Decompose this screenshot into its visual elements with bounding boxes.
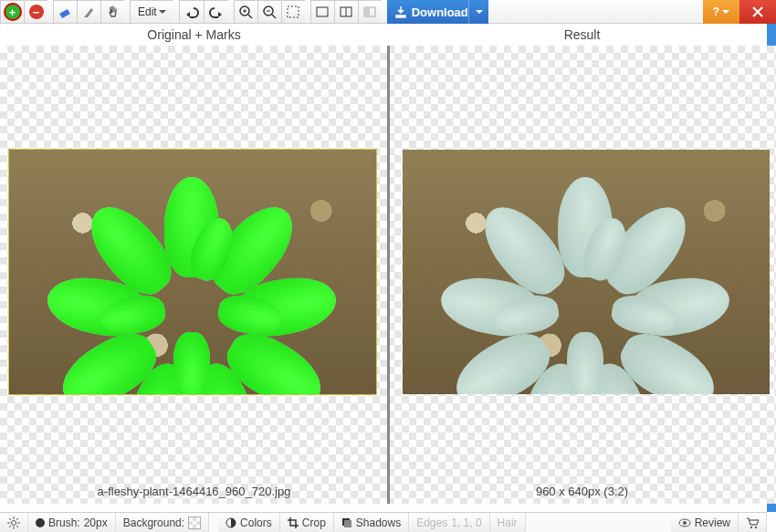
knife-button[interactable] <box>77 0 100 24</box>
result-image <box>403 150 770 394</box>
help-button[interactable]: ? <box>703 0 739 24</box>
review-label: Review <box>695 516 730 529</box>
background-label: Background: <box>123 516 184 529</box>
svg-line-21 <box>9 518 11 520</box>
cart-icon <box>746 517 759 528</box>
svg-point-31 <box>755 527 757 528</box>
svg-point-30 <box>750 527 752 528</box>
remove-mark-button[interactable]: − <box>24 0 47 24</box>
shadows-label: Shadows <box>356 516 401 529</box>
crop-button[interactable]: Crop <box>280 513 334 532</box>
svg-line-24 <box>9 526 11 527</box>
gear-icon <box>7 516 20 529</box>
eraser-button[interactable] <box>53 0 77 24</box>
svg-rect-0 <box>59 9 70 18</box>
svg-rect-27 <box>344 520 351 527</box>
zoom-in-button[interactable] <box>234 0 257 24</box>
brush-dot-icon <box>36 518 45 527</box>
top-toolbar: + − Edit Download ? <box>0 0 776 24</box>
background-button[interactable]: Background: <box>116 513 209 532</box>
edges-button[interactable]: Edges 1, 1, 0 <box>409 513 489 532</box>
pane-headers: Original + Marks Result <box>0 24 776 46</box>
contrast-icon <box>225 517 236 528</box>
colors-button[interactable]: Colors <box>218 513 280 532</box>
fit-button[interactable] <box>281 0 305 24</box>
original-pane[interactable] <box>0 46 387 504</box>
download-button[interactable]: Download <box>387 0 488 24</box>
info-footer: a-fleshy-plant-1464416_960_720.jpg 960 x… <box>0 485 776 498</box>
add-mark-button[interactable]: + <box>0 0 24 24</box>
crop-icon <box>288 517 299 528</box>
pan-button[interactable] <box>100 0 124 24</box>
background-swatch <box>188 516 201 529</box>
shadows-button[interactable]: Shadows <box>334 513 409 532</box>
view-3-button[interactable] <box>358 0 382 24</box>
svg-line-6 <box>272 15 276 18</box>
cart-button[interactable] <box>739 513 767 532</box>
edges-values: 1, 1, 0 <box>451 516 481 529</box>
download-label: Download <box>412 5 468 19</box>
result-pane[interactable] <box>390 46 777 504</box>
review-button[interactable]: Review <box>671 513 739 532</box>
zoom-out-button[interactable] <box>257 0 281 24</box>
brush-size-button[interactable]: Brush: 20px <box>28 513 116 532</box>
help-label: ? <box>713 5 719 18</box>
edit-label: Edit <box>138 5 157 18</box>
settings-button[interactable] <box>0 513 28 532</box>
svg-point-29 <box>683 521 687 525</box>
dimensions-label: 960 x 640px (3:2) <box>388 485 776 498</box>
edit-menu[interactable]: Edit <box>130 0 173 24</box>
svg-rect-13 <box>364 7 370 16</box>
single-view-button[interactable] <box>310 0 334 24</box>
edges-label: Edges <box>416 516 447 529</box>
canvas-area: a-fleshy-plant-1464416_960_720.jpg 960 x… <box>0 46 776 504</box>
shadows-icon <box>341 517 352 528</box>
svg-line-2 <box>248 15 252 18</box>
svg-line-23 <box>16 518 18 520</box>
original-image[interactable] <box>9 150 376 394</box>
hair-button[interactable]: Hair <box>490 513 526 532</box>
green-mark-overlay <box>96 177 288 369</box>
svg-rect-9 <box>317 7 328 16</box>
svg-rect-8 <box>288 6 299 17</box>
split-view-button[interactable] <box>334 0 358 24</box>
filename-label: a-fleshy-plant-1464416_960_720.jpg <box>0 485 388 498</box>
left-header: Original + Marks <box>0 27 388 42</box>
close-button[interactable] <box>739 0 776 24</box>
colors-label: Colors <box>240 516 272 529</box>
undo-button[interactable] <box>179 0 204 24</box>
svg-point-16 <box>12 521 16 526</box>
crop-label: Crop <box>302 516 326 529</box>
redo-button[interactable] <box>204 0 228 24</box>
brush-label: Brush: <box>48 516 80 529</box>
brush-size: 20px <box>84 516 108 529</box>
download-split[interactable] <box>468 0 488 24</box>
eye-icon <box>678 518 691 527</box>
right-header: Result <box>388 27 776 42</box>
bottom-toolbar: Brush: 20px Background: Colors Crop Shad… <box>0 512 767 532</box>
svg-line-22 <box>16 526 18 527</box>
hair-label: Hair <box>498 516 518 529</box>
